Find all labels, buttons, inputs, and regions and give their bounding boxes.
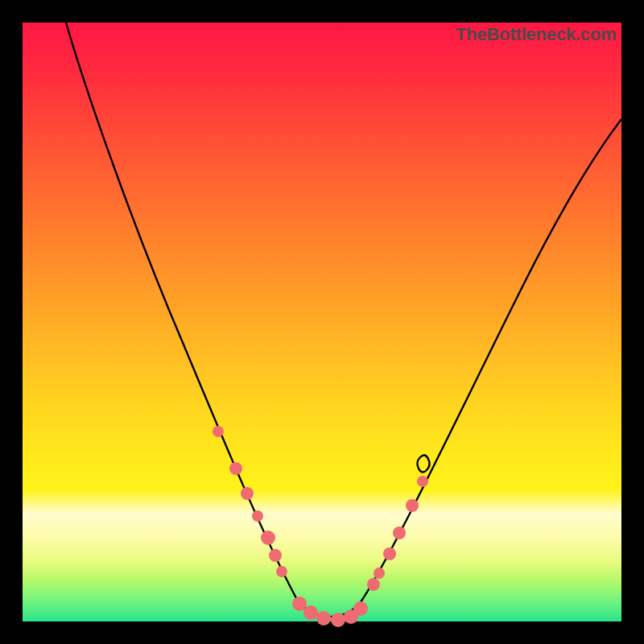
- marker-dot: [417, 476, 428, 487]
- marker-dot: [406, 499, 419, 512]
- marker-wisp: [417, 455, 429, 472]
- bottleneck-curve: [66, 23, 621, 617]
- marker-dot: [292, 597, 307, 611]
- curve-layer: [23, 23, 621, 621]
- marker-dot: [252, 510, 263, 522]
- marker-dot: [331, 613, 345, 627]
- marker-dot: [383, 547, 396, 560]
- marker-dot: [367, 578, 380, 591]
- marker-dot: [353, 601, 368, 616]
- marker-dot: [276, 566, 287, 577]
- marker-dot: [269, 549, 282, 562]
- marker-dot: [213, 426, 224, 437]
- marker-dot: [241, 487, 254, 500]
- marker-dot: [303, 605, 318, 620]
- marker-dot: [261, 530, 275, 545]
- marker-dot: [229, 462, 242, 475]
- marker-dot: [316, 611, 331, 625]
- marker-dot: [393, 526, 406, 539]
- chart-frame: TheBottleneck.com: [0, 0, 644, 644]
- marker-dot: [374, 568, 385, 579]
